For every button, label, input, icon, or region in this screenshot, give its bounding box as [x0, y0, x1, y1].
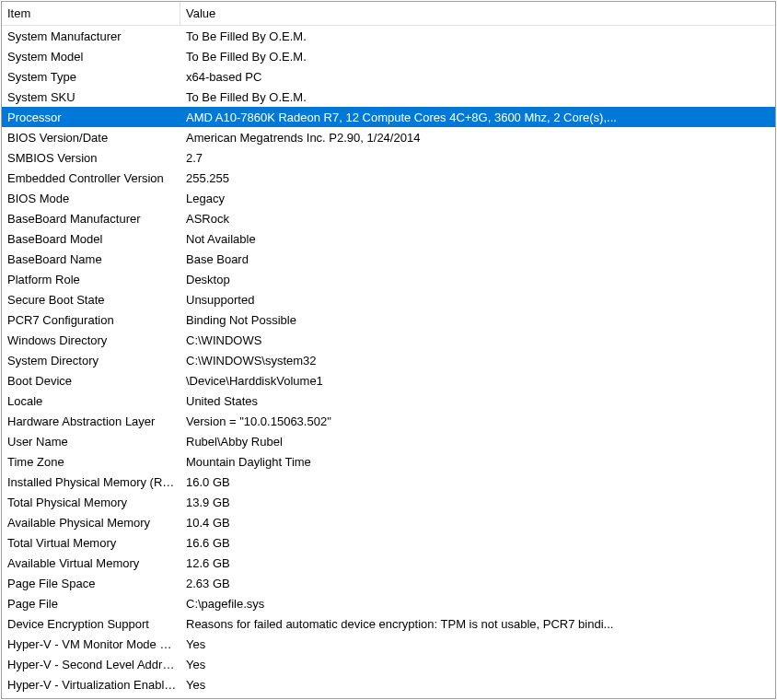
table-row[interactable]: Installed Physical Memory (RAM)16.0 GB	[2, 472, 775, 492]
cell-value: Yes	[180, 678, 775, 692]
cell-item: Available Physical Memory	[7, 516, 180, 530]
cell-value: Yes	[180, 637, 775, 651]
cell-item: BaseBoard Name	[7, 252, 180, 266]
cell-value: 16.0 GB	[180, 475, 775, 489]
cell-item: Hyper-V - Data Execution Prote...	[7, 698, 180, 700]
cell-value: x64-based PC	[180, 70, 775, 84]
cell-item: System Directory	[7, 354, 180, 368]
table-header: Item Value	[2, 2, 775, 26]
cell-value: 16.6 GB	[180, 536, 775, 550]
cell-value: C:\WINDOWS	[180, 333, 775, 347]
table-row[interactable]: LocaleUnited States	[2, 391, 775, 411]
cell-value: Yes	[180, 698, 775, 700]
table-row[interactable]: Page File Space2.63 GB	[2, 573, 775, 593]
table-row[interactable]: BIOS ModeLegacy	[2, 188, 775, 208]
table-row[interactable]: Embedded Controller Version255.255	[2, 168, 775, 188]
cell-item: User Name	[7, 435, 180, 449]
cell-value: Base Board	[180, 252, 775, 266]
table-row[interactable]: Available Virtual Memory12.6 GB	[2, 553, 775, 573]
cell-value: American Megatrends Inc. P2.90, 1/24/201…	[180, 131, 775, 145]
cell-item: Secure Boot State	[7, 293, 180, 307]
cell-item: BaseBoard Manufacturer	[7, 212, 180, 226]
cell-value: Rubel\Abby Rubel	[180, 435, 775, 449]
table-row[interactable]: User NameRubel\Abby Rubel	[2, 431, 775, 451]
cell-value: Not Available	[180, 232, 775, 246]
table-row[interactable]: Secure Boot StateUnsupported	[2, 289, 775, 309]
cell-value: 13.9 GB	[180, 496, 775, 509]
table-row[interactable]: BaseBoard ModelNot Available	[2, 228, 775, 249]
cell-value: C:\WINDOWS\system32	[180, 354, 775, 368]
table-row[interactable]: Hardware Abstraction LayerVersion = "10.…	[2, 411, 775, 431]
table-row[interactable]: System SKUTo Be Filled By O.E.M.	[2, 87, 775, 107]
cell-value: 2.7	[180, 151, 775, 165]
table-row[interactable]: Device Encryption SupportReasons for fai…	[2, 613, 775, 634]
cell-value: AMD A10-7860K Radeon R7, 12 Compute Core…	[180, 111, 775, 124]
cell-item: Embedded Controller Version	[7, 171, 180, 185]
table-row[interactable]: Windows DirectoryC:\WINDOWS	[2, 330, 775, 350]
cell-value: Version = "10.0.15063.502"	[180, 414, 775, 428]
cell-item: System Manufacturer	[7, 29, 180, 43]
cell-item: Time Zone	[7, 455, 180, 469]
table-row[interactable]: Hyper-V - Virtualization Enable...Yes	[2, 674, 775, 694]
cell-item: System SKU	[7, 90, 180, 104]
cell-value: Binding Not Possible	[180, 313, 775, 327]
cell-item: Hardware Abstraction Layer	[7, 414, 180, 428]
system-info-table: Item Value System ManufacturerTo Be Fill…	[1, 1, 776, 699]
table-row[interactable]: Platform RoleDesktop	[2, 269, 775, 289]
table-row[interactable]: Time ZoneMountain Daylight Time	[2, 451, 775, 472]
table-row[interactable]: Total Virtual Memory16.6 GB	[2, 532, 775, 553]
column-header-item[interactable]: Item	[2, 2, 180, 25]
cell-item: System Model	[7, 50, 180, 64]
cell-value: Mountain Daylight Time	[180, 455, 775, 469]
cell-item: System Type	[7, 70, 180, 84]
cell-item: Windows Directory	[7, 333, 180, 347]
cell-item: Hyper-V - VM Monitor Mode E...	[7, 637, 180, 651]
cell-item: Available Virtual Memory	[7, 556, 180, 570]
cell-item: Hyper-V - Second Level Addres...	[7, 658, 180, 671]
cell-item: Total Virtual Memory	[7, 536, 180, 550]
table-row[interactable]: System DirectoryC:\WINDOWS\system32	[2, 350, 775, 370]
cell-value: To Be Filled By O.E.M.	[180, 29, 775, 43]
cell-value: Yes	[180, 658, 775, 671]
cell-item: Hyper-V - Virtualization Enable...	[7, 678, 180, 692]
cell-item: SMBIOS Version	[7, 151, 180, 165]
table-row[interactable]: BaseBoard NameBase Board	[2, 249, 775, 269]
table-row[interactable]: Hyper-V - Data Execution Prote...Yes	[2, 694, 775, 699]
cell-value: 10.4 GB	[180, 516, 775, 530]
cell-value: ASRock	[180, 212, 775, 226]
cell-item: Page File	[7, 597, 180, 611]
table-row[interactable]: System Typex64-based PC	[2, 66, 775, 87]
table-row[interactable]: BaseBoard ManufacturerASRock	[2, 208, 775, 228]
cell-item: Total Physical Memory	[7, 496, 180, 509]
table-row[interactable]: ProcessorAMD A10-7860K Radeon R7, 12 Com…	[2, 107, 775, 127]
cell-value: Legacy	[180, 192, 775, 205]
cell-value: Reasons for failed automatic device encr…	[180, 617, 775, 631]
cell-item: Platform Role	[7, 273, 180, 286]
table-row[interactable]: SMBIOS Version2.7	[2, 147, 775, 168]
table-row[interactable]: Page FileC:\pagefile.sys	[2, 593, 775, 613]
cell-item: Locale	[7, 394, 180, 408]
table-row[interactable]: System ManufacturerTo Be Filled By O.E.M…	[2, 26, 775, 46]
cell-value: C:\pagefile.sys	[180, 597, 775, 611]
table-row[interactable]: Boot Device\Device\HarddiskVolume1	[2, 370, 775, 391]
table-row[interactable]: Hyper-V - Second Level Addres...Yes	[2, 654, 775, 674]
cell-item: Installed Physical Memory (RAM)	[7, 475, 180, 489]
cell-value: Unsupported	[180, 293, 775, 307]
cell-item: Boot Device	[7, 374, 180, 388]
cell-item: Device Encryption Support	[7, 617, 180, 631]
table-row[interactable]: Available Physical Memory10.4 GB	[2, 512, 775, 532]
table-row[interactable]: Total Physical Memory13.9 GB	[2, 492, 775, 512]
cell-item: BIOS Mode	[7, 192, 180, 205]
table-row[interactable]: Hyper-V - VM Monitor Mode E...Yes	[2, 634, 775, 654]
cell-value: Desktop	[180, 273, 775, 286]
cell-value: To Be Filled By O.E.M.	[180, 50, 775, 64]
table-row[interactable]: BIOS Version/DateAmerican Megatrends Inc…	[2, 127, 775, 147]
cell-value: 2.63 GB	[180, 577, 775, 590]
cell-item: BIOS Version/Date	[7, 131, 180, 145]
table-row[interactable]: System ModelTo Be Filled By O.E.M.	[2, 46, 775, 66]
cell-value: 255.255	[180, 171, 775, 185]
table-row[interactable]: PCR7 ConfigurationBinding Not Possible	[2, 309, 775, 330]
column-header-value[interactable]: Value	[180, 2, 775, 25]
cell-item: PCR7 Configuration	[7, 313, 180, 327]
cell-item: Page File Space	[7, 577, 180, 590]
